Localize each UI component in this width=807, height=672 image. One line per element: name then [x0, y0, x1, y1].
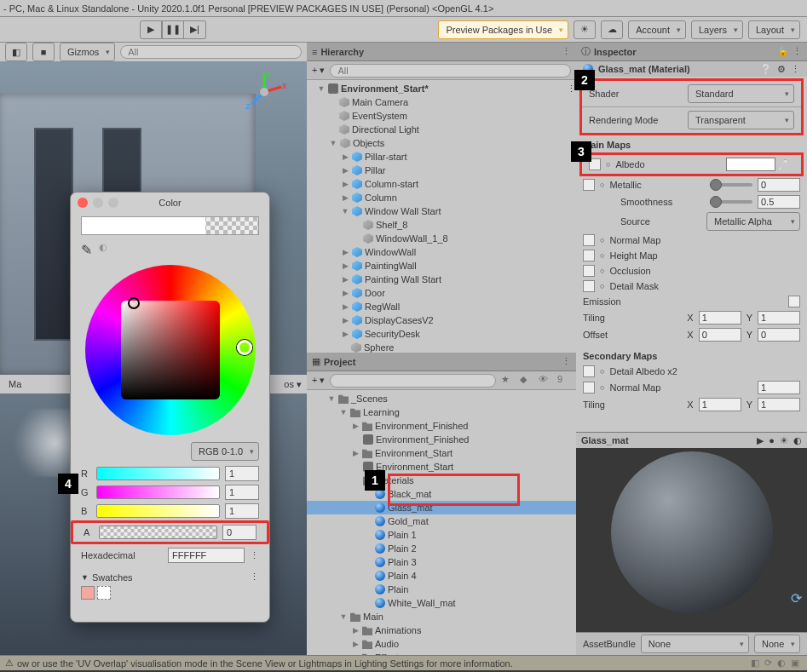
panel-menu-icon[interactable]: ⋮: [793, 46, 802, 57]
hierarchy-item[interactable]: Shelf_8: [376, 220, 407, 230]
height-map-slot[interactable]: [583, 250, 595, 261]
metallic-map-slot[interactable]: [583, 179, 595, 191]
picker-mode-icon[interactable]: ◐: [99, 242, 107, 253]
preview-packages-button[interactable]: Preview Packages in Use: [438, 20, 568, 39]
smoothness-slider[interactable]: [710, 200, 752, 204]
hierarchy-item[interactable]: EventSystem: [352, 111, 407, 121]
filter-favorites-icon[interactable]: ★: [501, 374, 515, 388]
project-item[interactable]: _Scenes: [351, 393, 388, 404]
hierarchy-item[interactable]: WindowWall: [365, 247, 416, 257]
project-item[interactable]: Gold_mat: [388, 516, 429, 526]
orientation-gizmo[interactable]: x y z: [242, 70, 286, 114]
hierarchy-item[interactable]: RegWall: [365, 302, 400, 312]
color-picker-titlebar[interactable]: Color: [71, 192, 269, 213]
smoothness-source-dropdown[interactable]: Metallic Alpha: [706, 212, 800, 231]
layers-dropdown[interactable]: Layers: [691, 20, 743, 39]
cloud-icon[interactable]: ☁: [601, 20, 623, 39]
detail-albedo-slot[interactable]: [583, 365, 595, 377]
color-mode-dropdown[interactable]: RGB 0-1.0: [191, 442, 259, 461]
hue-marker[interactable]: [128, 297, 140, 309]
layout-dropdown[interactable]: Layout: [748, 20, 800, 39]
preview-env-icon[interactable]: ◐: [793, 435, 802, 446]
hierarchy-item[interactable]: Main Camera: [352, 97, 408, 107]
tiling2-x[interactable]: [699, 398, 741, 411]
panel-menu-icon[interactable]: ⋮: [562, 356, 571, 367]
project-item[interactable]: Plain 4: [388, 571, 417, 581]
a-value[interactable]: [222, 525, 257, 540]
hierarchy-item[interactable]: Sphere: [364, 342, 394, 353]
statusbar-icon-3[interactable]: ◐: [777, 658, 786, 669]
project-item[interactable]: Main: [363, 612, 383, 622]
albedo-color[interactable]: [726, 158, 775, 171]
preset-icon[interactable]: ⚙: [777, 64, 786, 75]
swatches-toggle[interactable]: ▼: [81, 573, 89, 582]
hierarchy-item[interactable]: WindowWall_1_8: [376, 233, 448, 244]
shader-dropdown[interactable]: Standard: [688, 84, 794, 103]
statusbar-icon-1[interactable]: ◧: [751, 658, 759, 669]
project-item[interactable]: Environment_Finished: [376, 434, 469, 445]
hierarchy-item[interactable]: Painting Wall Start: [365, 274, 441, 284]
refresh-icon[interactable]: ⟳: [791, 590, 802, 606]
project-item[interactable]: Plain 1: [388, 530, 417, 540]
sv-marker[interactable]: [237, 340, 252, 355]
services-icon[interactable]: ☀: [574, 20, 596, 39]
project-item[interactable]: Plain 3: [388, 557, 417, 567]
g-slider[interactable]: [96, 485, 220, 499]
metallic-value[interactable]: [758, 178, 800, 192]
secondary-normal-slot[interactable]: [583, 382, 595, 393]
statusbar-icon-4[interactable]: ▣: [791, 658, 799, 669]
project-item[interactable]: Plain: [388, 584, 408, 594]
rendering-mode-dropdown[interactable]: Transparent: [688, 111, 794, 129]
create-button[interactable]: + ▾: [312, 375, 325, 386]
hierarchy-tree[interactable]: ▼Environment_Start*⋮ Main Camera EventSy…: [307, 80, 576, 353]
smoothness-value[interactable]: [758, 195, 800, 209]
lock-icon[interactable]: 🔓: [777, 46, 789, 57]
hierarchy-item[interactable]: Window Wall Start: [365, 206, 441, 216]
hierarchy-search[interactable]: [330, 64, 571, 78]
window-controls[interactable]: [78, 198, 118, 208]
hierarchy-item[interactable]: PaintingWall: [365, 261, 417, 271]
play-button[interactable]: ▶: [140, 20, 162, 39]
hex-input[interactable]: [168, 548, 245, 563]
scene-search[interactable]: [120, 45, 302, 59]
hierarchy-item[interactable]: DisplayCasesV2: [365, 315, 434, 325]
metallic-slider[interactable]: .ms-m::after{left:-2px}: [710, 183, 752, 187]
project-item[interactable]: Audio: [375, 639, 399, 649]
component-menu-icon[interactable]: ⋮: [791, 64, 800, 75]
preview-light-icon[interactable]: ☀: [780, 435, 788, 446]
project-search[interactable]: [330, 374, 496, 388]
project-item[interactable]: Environment_Start: [375, 448, 452, 458]
pause-button[interactable]: ❚❚: [162, 20, 184, 39]
material-preview[interactable]: Glass_mat ▶ ● ☀ ◐ ⟳: [576, 432, 807, 632]
color-picker-window[interactable]: Color ✎ ◐ RGB 0-1.0 R G: [70, 192, 270, 623]
hierarchy-item[interactable]: Directional Light: [352, 124, 419, 135]
hierarchy-item[interactable]: Pillar: [365, 165, 385, 175]
b-value[interactable]: [225, 503, 259, 519]
emission-checkbox[interactable]: [788, 296, 800, 307]
a-slider[interactable]: [99, 526, 217, 539]
close-icon[interactable]: [78, 198, 88, 208]
occlusion-map-slot[interactable]: [583, 265, 595, 277]
project-item[interactable]: Learning: [363, 407, 400, 417]
project-tab[interactable]: ▦ Project ⋮: [307, 353, 576, 371]
offset-y[interactable]: [758, 328, 800, 342]
tiling-y[interactable]: [758, 311, 800, 325]
normal-map-slot[interactable]: [583, 234, 595, 246]
step-button[interactable]: ▶|: [184, 20, 206, 39]
preview-play-icon[interactable]: ▶: [757, 435, 764, 446]
hidden-icon[interactable]: 👁: [539, 374, 552, 388]
tiling-x[interactable]: [699, 311, 741, 325]
project-item[interactable]: Environment_Finished: [375, 421, 468, 431]
project-item[interactable]: Environment_Start: [376, 462, 453, 472]
swatches-menu-icon[interactable]: ⋮: [250, 571, 259, 583]
assetbundle-variant-dropdown[interactable]: None: [754, 635, 800, 653]
offset-x[interactable]: [699, 328, 741, 342]
hex-menu-icon[interactable]: ⋮: [250, 550, 259, 561]
assetbundle-dropdown[interactable]: None: [641, 635, 749, 653]
project-item[interactable]: White_Wall_mat: [388, 598, 456, 608]
eyedropper-icon[interactable]: ✎: [81, 242, 92, 258]
account-dropdown[interactable]: Account: [628, 20, 686, 39]
statusbar-icon-2[interactable]: ⟳: [764, 658, 772, 669]
panel-menu-icon[interactable]: ⋮: [562, 46, 571, 57]
detail-mask-slot[interactable]: [583, 280, 595, 292]
